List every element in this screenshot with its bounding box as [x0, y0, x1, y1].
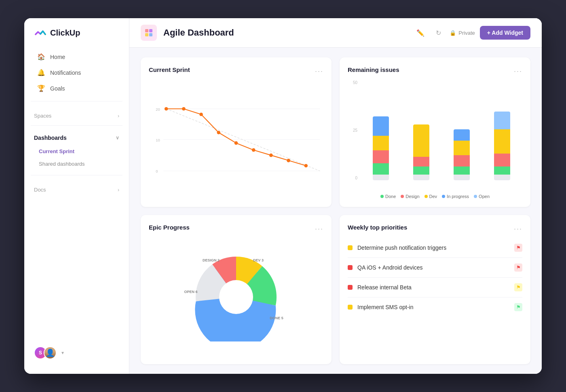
bar-design [454, 155, 470, 166]
dashboard-icon-box [141, 25, 157, 41]
bar-done [454, 166, 470, 175]
pie-label-design: DESIGN 2 [203, 258, 220, 262]
legend-design: Design [401, 194, 419, 199]
sidebar-item-goals-label: Goals [50, 85, 65, 92]
widget-epic-progress: Epic Progress ... [141, 215, 332, 365]
sidebar-item-notifications-label: Notifications [50, 70, 81, 76]
y-axis-labels: 0 25 50 [348, 80, 359, 180]
svg-point-12 [182, 107, 186, 111]
widget-current-sprint-header: Current Sprint ... [149, 65, 323, 74]
bar-group-2 [405, 124, 437, 180]
svg-text:20: 20 [156, 107, 160, 112]
svg-point-15 [234, 141, 238, 145]
refresh-icon-btn[interactable]: ↻ [432, 26, 445, 39]
main-content: Agile Dashboard ✏️ ↻ 🔒 Private + Add Wid… [129, 18, 542, 374]
remaining-issues-menu[interactable]: ... [514, 65, 522, 74]
svg-point-17 [269, 154, 273, 157]
bar-dev [494, 129, 510, 154]
bar-base [454, 175, 470, 180]
sidebar-footer: S 👤 ▾ [24, 340, 129, 366]
widget-weekly-priorities: Weekly top priorities ... Determine push… [340, 215, 530, 365]
docs-section[interactable]: Docs › [24, 180, 129, 194]
pie-label-done: DONE 5 [270, 316, 283, 320]
shared-dashboards-label: Shared dashboards [39, 161, 84, 167]
sidebar-item-current-sprint[interactable]: Current Sprint [24, 145, 129, 158]
dashboards-label: Dashboards [34, 135, 67, 141]
bar-design [494, 154, 510, 166]
priority-item-4: Implement SMS opt-in ⚑ [348, 297, 522, 317]
clickup-logo-icon [34, 26, 47, 39]
burndown-svg: 20 10 0 [149, 80, 323, 199]
dashboards-chevron-icon[interactable]: ∨ [116, 135, 119, 141]
bar-chart-area: 0 25 50 [348, 80, 522, 190]
svg-rect-1 [149, 29, 152, 32]
legend-design-dot [401, 195, 404, 198]
legend-done-dot [380, 195, 384, 198]
widget-remaining-issues-header: Remaining issues ... [348, 65, 522, 74]
bar-done [494, 166, 510, 175]
avatar-face-icon: 👤 [44, 347, 56, 358]
pie-label-dev: DEV 3 [253, 258, 264, 262]
bar-groups [361, 80, 522, 180]
svg-point-13 [199, 113, 203, 116]
bar-base [413, 175, 429, 180]
sidebar-item-notifications[interactable]: 🔔 Notifications [27, 65, 126, 80]
divider-1 [31, 101, 122, 101]
dashboard-grid: Current Sprint ... 20 10 0 [129, 48, 542, 374]
private-label: Private [458, 30, 475, 36]
private-badge[interactable]: 🔒 Private [450, 30, 475, 36]
divider-2 [31, 125, 122, 126]
lock-icon: 🔒 [450, 30, 456, 36]
sidebar-item-home[interactable]: 🏠 Home [27, 49, 126, 65]
priority-text-2: QA iOS + Android devices [357, 264, 509, 271]
remaining-issues-title: Remaining issues [348, 66, 399, 73]
sidebar-item-shared-dashboards[interactable]: Shared dashboards [24, 158, 129, 170]
legend-dev-dot [424, 195, 428, 198]
avatar-group: S 👤 [34, 346, 57, 359]
priority-flag-3: ⚑ [514, 283, 522, 291]
sidebar: ClickUp 🏠 Home 🔔 Notifications 🏆 Goals S… [24, 18, 129, 374]
spaces-section[interactable]: Spaces › [24, 106, 129, 120]
priority-text-3: Release internal Beta [357, 284, 509, 291]
bar-design [413, 157, 429, 166]
priority-item-1: Determine push notification triggers ⚑ [348, 238, 522, 258]
svg-text:0: 0 [156, 169, 158, 173]
bar-chart-container: 0 25 50 [348, 80, 522, 199]
add-widget-button[interactable]: + Add Widget [480, 26, 530, 40]
docs-label: Docs [34, 187, 46, 193]
bar-design [373, 150, 389, 163]
bar-base [373, 175, 389, 180]
current-sprint-menu[interactable]: ... [315, 65, 323, 74]
pie-chart-container: DEV 3 DONE 5 IN PROGRESS 5 OPEN 6 DESIGN… [149, 238, 323, 356]
svg-point-16 [252, 148, 256, 152]
widget-remaining-issues: Remaining issues ... 0 25 50 [340, 57, 530, 207]
bar-stack-3 [454, 129, 470, 175]
bar-group-3 [446, 129, 478, 180]
svg-point-11 [165, 107, 168, 111]
flag-icon-1: ⚑ [516, 245, 521, 251]
weekly-priorities-menu[interactable]: ... [514, 223, 522, 232]
edit-icon-btn[interactable]: ✏️ [414, 26, 427, 39]
current-sprint-title: Current Sprint [149, 66, 190, 73]
spaces-label: Spaces [34, 113, 51, 119]
y-label-0: 0 [348, 176, 357, 180]
bar-stack-2 [413, 124, 429, 175]
pie-label-open: OPEN 6 [184, 290, 197, 294]
priority-text-4: Implement SMS opt-in [357, 304, 509, 310]
bar-stack-1 [373, 116, 389, 175]
app-name: ClickUp [50, 28, 80, 38]
docs-arrow-icon[interactable]: › [118, 187, 119, 193]
dashboards-section[interactable]: Dashboards ∨ [24, 131, 129, 145]
priority-dot-4 [348, 305, 353, 310]
svg-point-14 [217, 131, 220, 135]
flag-icon-4: ⚑ [516, 304, 521, 310]
sidebar-item-goals[interactable]: 🏆 Goals [27, 80, 126, 96]
avatar-photo: 👤 [44, 346, 57, 359]
legend-inprogress-dot [442, 195, 445, 198]
y-label-50: 50 [348, 80, 357, 85]
legend-done: Done [380, 194, 396, 199]
burndown-chart: 20 10 0 [149, 80, 323, 199]
spaces-arrow-icon[interactable]: › [118, 113, 119, 119]
epic-progress-menu[interactable]: ... [315, 223, 323, 232]
footer-dropdown-icon[interactable]: ▾ [61, 350, 64, 356]
